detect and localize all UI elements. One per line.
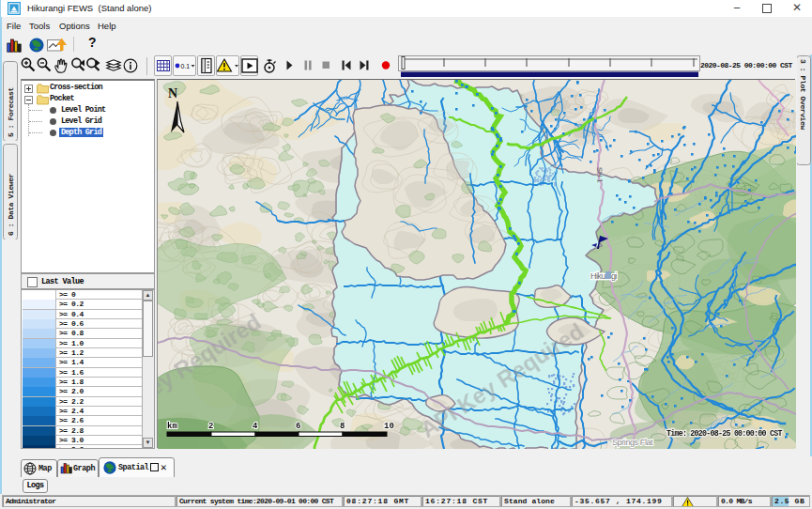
- svg-text:Time: 2020-08-25 00:00:00 CST: Time: 2020-08-25 00:00:00 CST: [666, 429, 782, 438]
- svg-text:N: N: [168, 86, 177, 100]
- svg-text:3 : Plot Overview: 3 : Plot Overview: [799, 59, 807, 130]
- svg-text:5 : Forecast: 5 : Forecast: [7, 87, 15, 137]
- svg-text:6 : Data Viewer: 6 : Data Viewer: [7, 173, 15, 236]
- svg-text:0.1: 0.1: [181, 63, 191, 69]
- svg-text:Springs Flat: Springs Flat: [612, 438, 653, 447]
- svg-text:10: 10: [384, 422, 394, 431]
- svg-text:6: 6: [296, 422, 300, 431]
- svg-text:km: km: [167, 422, 177, 431]
- svg-text:Hiku ngi: Hiku ngi: [590, 271, 617, 281]
- svg-text:8: 8: [340, 422, 345, 431]
- svg-text:2: 2: [208, 422, 213, 431]
- svg-text:SH 1: SH 1: [595, 167, 605, 183]
- svg-text:4: 4: [253, 422, 258, 431]
